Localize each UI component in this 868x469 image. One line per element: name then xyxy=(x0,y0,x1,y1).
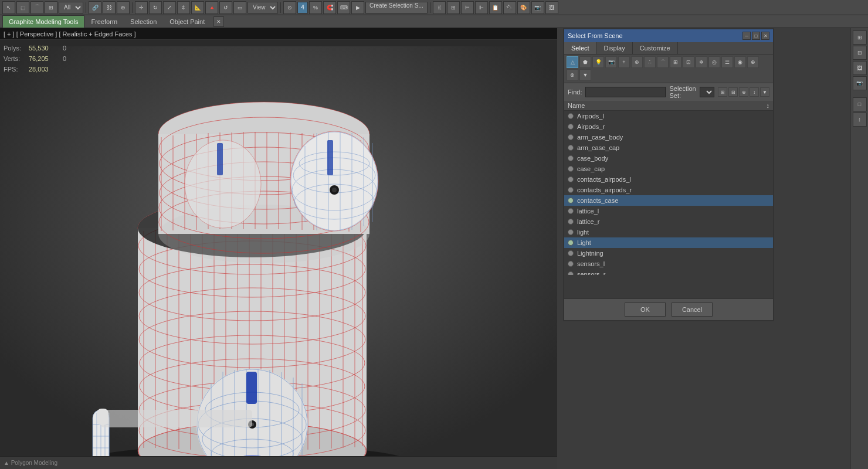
sfs-extra3-btn[interactable]: ▼ xyxy=(579,69,591,81)
sfs-geo-btn[interactable]: △ xyxy=(567,56,578,68)
play-btn[interactable]: ▶ xyxy=(351,1,364,14)
sfs-find-input[interactable] xyxy=(585,87,666,97)
sfs-camera-btn[interactable]: 📷 xyxy=(605,56,617,68)
sfs-titlebar: Select From Scene ─ □ ✕ xyxy=(564,29,773,42)
lasso-btn[interactable]: ⌒ xyxy=(30,1,43,14)
sfs-color-filter-btn[interactable]: ◉ xyxy=(734,56,746,68)
wire-btn[interactable]: 🔌 xyxy=(503,1,516,14)
transform-btn[interactable]: ✛ xyxy=(135,1,148,14)
sfs-particle-btn[interactable]: ∴ xyxy=(644,56,656,68)
sfs-tab-display[interactable]: Display xyxy=(597,42,633,54)
sfs-list-item[interactable]: contacts_airpods_r xyxy=(564,185,773,195)
svg-rect-107 xyxy=(246,372,257,404)
create-selection-btn[interactable]: Create Selection S... xyxy=(365,2,428,13)
sfs-list-item[interactable]: Airpods_r xyxy=(564,121,773,132)
array-btn[interactable]: ⊞ xyxy=(447,1,460,14)
viewport[interactable]: [ + ] [ Perspective ] [ Realistic + Edge… xyxy=(0,28,557,469)
selection-pointer-btn[interactable]: ↖ xyxy=(2,1,15,14)
rt-btn-2[interactable]: ⊟ xyxy=(853,46,867,60)
sfs-frozen-btn[interactable]: ❄ xyxy=(696,56,707,68)
render2-btn[interactable]: 🖼 xyxy=(545,1,558,14)
rt-btn-render2[interactable]: 📷 xyxy=(853,76,867,90)
menu-tab-selection[interactable]: Selection xyxy=(124,15,163,28)
rt-btn-render[interactable]: 🖼 xyxy=(853,61,867,75)
select-object-btn[interactable]: ⬚ xyxy=(16,1,29,14)
sfs-item-name: arm_case_body xyxy=(577,134,623,141)
sfs-light-btn[interactable]: 💡 xyxy=(592,56,604,68)
rt-btn-view[interactable]: □ xyxy=(853,97,867,111)
mirror-btn[interactable]: ⧛ xyxy=(433,1,446,14)
sfs-list-item[interactable]: light xyxy=(564,227,773,237)
percent-btn[interactable]: % xyxy=(309,1,322,14)
scale-btn[interactable]: ⤢ xyxy=(163,1,176,14)
menu-close-btn[interactable]: ✕ xyxy=(213,16,224,27)
sfs-cancel-btn[interactable]: Cancel xyxy=(672,303,713,317)
squash-btn[interactable]: ⇕ xyxy=(177,1,190,14)
sfs-layer-filter-btn[interactable]: ☰ xyxy=(721,56,733,68)
sfs-object-list[interactable]: Airpods_lAirpods_rarm_case_bodyarm_case_… xyxy=(564,111,773,275)
snap-btn[interactable]: 📐 xyxy=(191,1,204,14)
align2-btn[interactable]: ⊩ xyxy=(475,1,488,14)
sfs-col-icon-1[interactable]: ⊞ xyxy=(718,87,727,97)
sfs-hidden-btn[interactable]: ◎ xyxy=(708,56,720,68)
reset-btn[interactable]: ↺ xyxy=(219,1,232,14)
select-region-btn[interactable]: ▭ xyxy=(233,1,246,14)
sfs-col-icon-3[interactable]: ⊕ xyxy=(739,87,748,97)
keyboard-btn[interactable]: ⌨ xyxy=(337,1,350,14)
bind-btn[interactable]: ⊕ xyxy=(117,1,130,14)
sfs-warp-btn[interactable]: ⊛ xyxy=(631,56,643,68)
sfs-group-btn[interactable]: ⊞ xyxy=(670,56,681,68)
sfs-list-item[interactable]: sensors_l xyxy=(564,259,773,269)
sfs-list-item[interactable]: contacts_case xyxy=(564,195,773,206)
layer-btn[interactable]: 📋 xyxy=(489,1,502,14)
sfs-xref-btn[interactable]: ⊡ xyxy=(683,56,694,68)
filter-dropdown[interactable]: All xyxy=(59,2,83,13)
sfs-item-indicator xyxy=(568,240,574,246)
sfs-col-icon-4[interactable]: ↕ xyxy=(750,87,759,97)
sfs-list-item[interactable]: sensors_r xyxy=(564,269,773,275)
align-btn[interactable]: ⊨ xyxy=(461,1,474,14)
sfs-close-btn[interactable]: ✕ xyxy=(761,32,769,40)
sfs-tab-customize[interactable]: Customize xyxy=(633,42,678,54)
view-dropdown[interactable]: View xyxy=(247,2,278,13)
sfs-list-item[interactable]: Lightning xyxy=(564,248,773,259)
sfs-list-item[interactable]: arm_case_cap xyxy=(564,142,773,153)
sfs-extra1-btn[interactable]: ⊕ xyxy=(747,56,759,68)
sfs-title: Select From Scene xyxy=(568,32,623,39)
sfs-tab-select[interactable]: Select xyxy=(564,42,597,54)
sfs-selection-dropdown[interactable] xyxy=(700,87,714,97)
sfs-col-icon-5[interactable]: ▼ xyxy=(760,87,769,97)
menu-tab-graphite[interactable]: Graphite Modeling Tools xyxy=(2,15,84,28)
sfs-list-item[interactable]: contacts_airpods_l xyxy=(564,174,773,185)
rt-btn-move[interactable]: ↕ xyxy=(853,113,867,127)
sfs-list-item[interactable]: Light xyxy=(564,237,773,248)
rotate-btn[interactable]: ↻ xyxy=(149,1,162,14)
render-btn[interactable]: 📷 xyxy=(531,1,544,14)
sfs-extra2-btn[interactable]: ⊗ xyxy=(567,69,578,81)
sfs-shape-btn[interactable]: ⬟ xyxy=(579,56,591,68)
sfs-list-item[interactable]: case_body xyxy=(564,153,773,164)
link-btn[interactable]: 🔗 xyxy=(89,1,101,14)
sfs-list-item[interactable]: Airpods_l xyxy=(564,111,773,121)
sfs-list-item[interactable]: arm_case_body xyxy=(564,132,773,142)
sfs-list-item[interactable]: case_cap xyxy=(564,164,773,174)
sfs-bone-btn[interactable]: ⌒ xyxy=(657,56,669,68)
rt-btn-1[interactable]: ⊞ xyxy=(853,30,867,45)
sfs-ok-btn[interactable]: OK xyxy=(625,303,666,317)
menu-tab-freeform[interactable]: Freeform xyxy=(84,15,124,28)
sfs-minimize-btn[interactable]: ─ xyxy=(742,32,751,40)
filter-btn[interactable]: ⊞ xyxy=(45,1,57,14)
sfs-tabs: Select Display Customize xyxy=(564,42,773,55)
snap2-btn[interactable]: 🔺 xyxy=(205,1,218,14)
material-btn[interactable]: 🎨 xyxy=(517,1,530,14)
sfs-col-icon-2[interactable]: ⊟ xyxy=(728,87,738,97)
sfs-list-item[interactable]: lattice_l xyxy=(564,206,773,216)
unlink-btn[interactable]: ⛓ xyxy=(103,1,116,14)
sfs-helper-btn[interactable]: + xyxy=(618,56,630,68)
snap3-btn[interactable]: 🧲 xyxy=(323,1,336,14)
menu-tab-object-paint[interactable]: Object Paint xyxy=(163,15,211,28)
sfs-sort-icon[interactable]: ↕ xyxy=(767,102,770,109)
pivot-btn[interactable]: ⊙ xyxy=(283,1,296,14)
sfs-maximize-btn[interactable]: □ xyxy=(752,32,760,40)
sfs-list-item[interactable]: lattice_r xyxy=(564,216,773,227)
